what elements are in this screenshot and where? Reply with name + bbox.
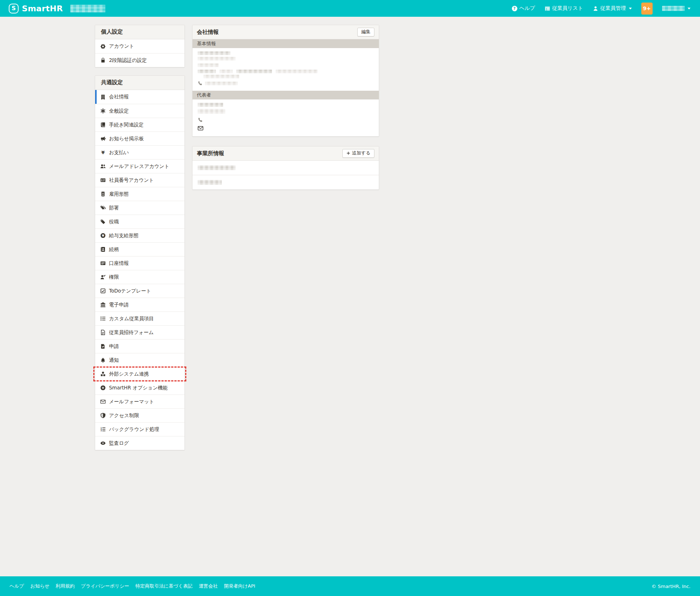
book-icon — [100, 122, 106, 128]
main-content: 会社情報 編集 基本情報 代表者 — [192, 25, 379, 199]
question-icon: ? — [512, 6, 517, 11]
footer-link-developer-api[interactable]: 開発者向けAPI — [224, 583, 255, 589]
company-phone-row — [198, 81, 374, 86]
list-icon — [100, 316, 106, 321]
add-office-button[interactable]: 追加する — [342, 149, 374, 158]
sidebar-item-relationships[interactable]: 続柄 — [95, 242, 184, 256]
sidebar-item-access-restriction[interactable]: アクセス制限 — [95, 408, 184, 422]
sidebar-item-procedure-settings[interactable]: 手続き関連設定 — [95, 118, 184, 132]
top-navigation: ? ヘルプ 従業員リスト 従業員管理 9+ — [512, 3, 691, 15]
footer-links: ヘルプ お知らせ 利用規約 プライバシーポリシー 特定商取引法に基づく表記 運営… — [9, 583, 255, 589]
footer-link-terms[interactable]: 利用規約 — [56, 583, 75, 589]
footer-link-operating-company[interactable]: 運営会社 — [199, 583, 218, 589]
footer-link-news[interactable]: お知らせ — [30, 583, 50, 589]
redacted-office-name — [198, 165, 236, 170]
redacted-phone-number — [205, 82, 238, 85]
representative-email-row — [198, 125, 374, 131]
id-card-icon — [100, 177, 106, 183]
plus-circle-icon — [100, 385, 106, 391]
basic-info-section-bar: 基本情報 — [192, 39, 379, 48]
sidebar-item-requests[interactable]: 申請 — [95, 339, 184, 353]
sidebar-item-smarthr-optional-features[interactable]: SmartHR オプション機能 — [95, 381, 184, 395]
id-badge-icon — [100, 191, 106, 197]
employee-management-menu[interactable]: 従業員管理 — [593, 5, 632, 12]
sidebar-item-payment[interactable]: お支払い — [95, 145, 184, 159]
envelope-icon — [100, 399, 106, 404]
offices-header: 事業所情報 追加する — [192, 146, 379, 161]
personal-settings-section: 個人設定 アカウント 2段階認証の設定 — [95, 25, 185, 67]
common-settings-title: 共通設定 — [95, 76, 184, 90]
sidebar-item-two-factor-auth[interactable]: 2段階認証の設定 — [95, 53, 184, 67]
redacted-user-name — [662, 6, 685, 11]
help-link[interactable]: ? ヘルプ — [512, 5, 535, 12]
app-header: S SmartHR ? ヘルプ 従業員リスト 従業員管理 9+ — [0, 0, 700, 17]
check-square-icon — [100, 288, 106, 294]
redacted-office-name — [198, 180, 222, 185]
sidebar-item-employee-number-accounts[interactable]: 社員番号アカウント — [95, 173, 184, 187]
sidebar-item-account[interactable]: アカウント — [95, 39, 184, 53]
lock-icon — [100, 58, 106, 63]
sidebar-item-departments[interactable]: 部署 — [95, 201, 184, 215]
yen-icon — [100, 150, 106, 155]
redacted-address-line-2 — [203, 75, 239, 78]
bullhorn-icon — [100, 136, 106, 141]
redacted-address-line — [198, 70, 374, 73]
bell-icon — [100, 357, 106, 363]
office-list-item[interactable] — [192, 161, 379, 175]
employee-list-link[interactable]: 従業員リスト — [545, 5, 583, 12]
sidebar-item-notifications[interactable]: 通知 — [95, 353, 184, 367]
redacted-representative-kana — [198, 109, 225, 114]
company-info-title: 会社情報 — [197, 29, 219, 36]
sidebar-item-todo-template[interactable]: ToDoテンプレート — [95, 284, 184, 298]
tag-icon — [100, 219, 106, 224]
footer-link-privacy-policy[interactable]: プライバシーポリシー — [81, 583, 129, 589]
redacted-company-kana-line — [198, 57, 236, 60]
sidebar-item-bank-account-info[interactable]: 口座情報 — [95, 256, 184, 270]
sidebar-item-salary-payment-type[interactable]: 給与支給形態 — [95, 228, 184, 242]
sidebar-item-announcement-board[interactable]: お知らせ掲示板 — [95, 132, 184, 145]
sidebar-item-positions[interactable]: 役職 — [95, 215, 184, 228]
sidebar-item-mail-format[interactable]: メールフォーマット — [95, 395, 184, 408]
brand-name[interactable]: SmartHR — [22, 4, 63, 13]
sidebar-item-employee-invite-form[interactable]: 従業員招待フォーム — [95, 325, 184, 339]
offices-card: 事業所情報 追加する — [192, 146, 379, 190]
address-book-icon — [100, 247, 106, 252]
redacted-postal-code — [198, 63, 219, 67]
notification-badge[interactable]: 9+ — [641, 3, 653, 15]
sidebar-item-audit-log[interactable]: 監査ログ — [95, 436, 184, 450]
copyright: © SmartHR, Inc. — [652, 584, 691, 589]
chevron-down-icon — [688, 8, 691, 9]
sidebar-item-permissions[interactable]: 権限 — [95, 270, 184, 284]
representative-section-bar: 代表者 — [192, 91, 379, 99]
company-info-card: 会社情報 編集 基本情報 代表者 — [192, 25, 379, 137]
redacted-company-name-line — [198, 51, 230, 55]
file-icon — [100, 330, 106, 335]
yen-circle-icon — [100, 233, 106, 238]
user-check-icon — [100, 274, 106, 280]
shield-icon — [100, 413, 106, 418]
offices-title: 事業所情報 — [197, 150, 224, 157]
sidebar-item-email-address-accounts[interactable]: メールアドレスアカウント — [95, 159, 184, 173]
smarthr-logo-icon[interactable]: S — [9, 4, 19, 13]
settings-sidebar: 個人設定 アカウント 2段階認証の設定 共通設定 会社情報 全般設定 — [95, 25, 185, 458]
sidebar-item-e-gov-application[interactable]: 電子申請 — [95, 298, 184, 311]
sidebar-item-custom-employee-fields[interactable]: カスタム従業員項目 — [95, 311, 184, 325]
footer-link-help[interactable]: ヘルプ — [9, 583, 24, 589]
representative-phone-row — [198, 117, 374, 122]
brand: S SmartHR — [9, 4, 105, 13]
sidebar-item-external-system-integration[interactable]: 外部システム連携 — [95, 367, 184, 381]
edit-button[interactable]: 編集 — [357, 28, 374, 36]
representative-body — [192, 99, 379, 136]
sidebar-item-company-info[interactable]: 会社情報 — [95, 90, 184, 104]
redacted-representative-name — [198, 103, 223, 107]
sidebar-item-general-settings[interactable]: 全般設定 — [95, 104, 184, 118]
sidebar-item-employment-type[interactable]: 雇用形態 — [95, 187, 184, 201]
asterisk-icon — [100, 108, 106, 114]
chevron-down-icon — [629, 8, 632, 9]
table-icon — [545, 6, 550, 11]
sidebar-item-background-jobs[interactable]: バックグラウンド処理 — [95, 422, 184, 436]
cubes-icon — [100, 371, 106, 377]
footer-link-commercial-transactions[interactable]: 特定商取引法に基づく表記 — [135, 583, 192, 589]
user-menu[interactable] — [662, 6, 691, 11]
office-list-item[interactable] — [192, 175, 379, 189]
